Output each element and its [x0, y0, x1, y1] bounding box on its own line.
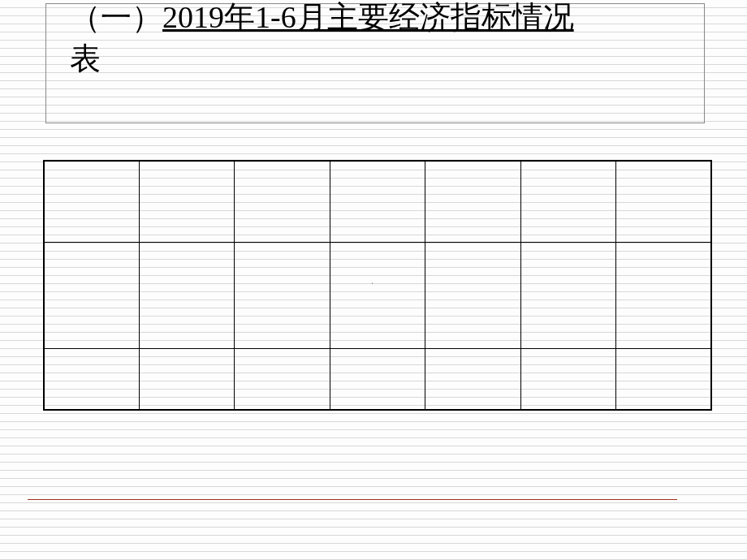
table-cell	[425, 242, 520, 348]
table-cell	[235, 242, 330, 348]
table-cell	[616, 161, 711, 242]
table-cell	[330, 348, 425, 410]
table-cell	[139, 161, 234, 242]
footer-divider	[28, 499, 677, 500]
table-cell	[139, 242, 234, 348]
table-cell	[235, 161, 330, 242]
table-cell	[520, 348, 615, 410]
table-cell	[44, 161, 139, 242]
title-prefix: （一）	[70, 0, 162, 34]
table-cell	[330, 242, 425, 348]
table-cell	[425, 161, 520, 242]
table-cell	[616, 242, 711, 348]
table-cell	[330, 161, 425, 242]
title-underlined: 2019年1-6月主要经济指标情况	[162, 0, 574, 34]
title-suffix: 表	[70, 41, 101, 75]
table-row	[44, 242, 711, 348]
table-cell	[520, 242, 615, 348]
economic-indicators-table	[43, 160, 712, 411]
table-cell	[139, 348, 234, 410]
table-cell	[44, 242, 139, 348]
table-cell	[44, 348, 139, 410]
table-cell	[616, 348, 711, 410]
table-row	[44, 348, 711, 410]
table-row	[44, 161, 711, 242]
page-title: （一）2019年1-6月主要经济指标情况表	[70, 0, 671, 80]
table-cell	[235, 348, 330, 410]
table-cell	[425, 348, 520, 410]
table-cell	[520, 161, 615, 242]
